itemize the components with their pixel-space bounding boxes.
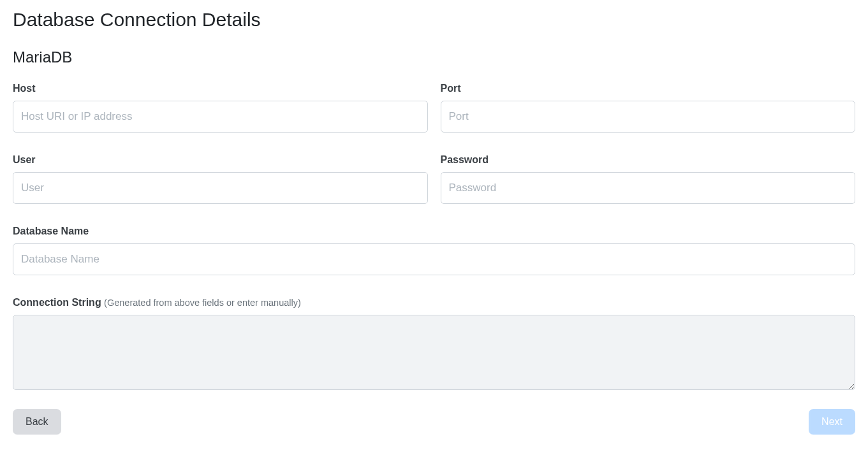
connection-string-label-text: Connection String <box>13 297 101 308</box>
port-input[interactable] <box>441 101 856 133</box>
host-label: Host <box>13 83 428 94</box>
password-input[interactable] <box>441 172 856 204</box>
connection-string-hint: (Generated from above fields or enter ma… <box>104 298 301 308</box>
next-button[interactable]: Next <box>809 409 855 435</box>
password-label: Password <box>441 154 856 166</box>
port-label: Port <box>441 83 856 94</box>
host-input[interactable] <box>13 101 428 133</box>
user-label: User <box>13 154 428 166</box>
connection-string-textarea[interactable] <box>13 315 855 390</box>
page-title: Database Connection Details <box>13 9 855 31</box>
back-button[interactable]: Back <box>13 409 61 435</box>
page-subtitle: MariaDB <box>13 48 855 66</box>
user-input[interactable] <box>13 172 428 204</box>
database-name-label: Database Name <box>13 226 855 237</box>
connection-string-label: Connection String (Generated from above … <box>13 297 855 308</box>
database-name-input[interactable] <box>13 243 855 275</box>
